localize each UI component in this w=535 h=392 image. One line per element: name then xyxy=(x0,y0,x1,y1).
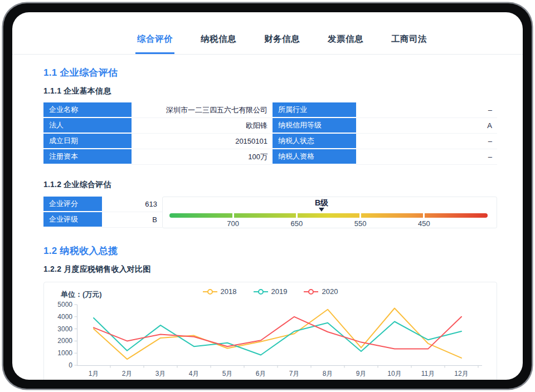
score-row: 企业评级B xyxy=(43,212,162,228)
gauge-segment-gap xyxy=(232,213,234,218)
x-tick-label: 3月 xyxy=(155,370,166,378)
legend-label: 2020 xyxy=(322,287,338,296)
legend-label: 2019 xyxy=(271,287,288,296)
subsection-title-1-1-2: 1.1.2 企业综合评估 xyxy=(43,180,490,190)
x-tick-label: 9月 xyxy=(356,370,367,378)
x-tick-label: 12月 xyxy=(454,370,468,378)
score-marker: B级 xyxy=(315,199,328,212)
score-section: 企业评分613企业评级B B级 700650550450 xyxy=(43,197,497,228)
gauge-tick-label: 650 xyxy=(291,219,303,228)
y-tick-label: 4000 xyxy=(57,313,72,321)
score-label: 企业评分 xyxy=(43,197,102,212)
info-label: 所属行业 xyxy=(273,102,356,118)
x-tick-label: 7月 xyxy=(289,370,300,378)
info-label: 法人 xyxy=(43,118,132,134)
info-value: 20150101 xyxy=(132,134,273,149)
info-value: 100万 xyxy=(132,149,273,165)
tab-financial-info[interactable]: 财务信息 xyxy=(262,33,301,54)
info-value: A xyxy=(356,118,497,134)
score-value: 613 xyxy=(102,197,162,212)
tab-business-judicial[interactable]: 工商司法 xyxy=(390,33,429,54)
gauge-segment-gap xyxy=(423,213,425,218)
y-tick-label: 1000 xyxy=(57,349,72,357)
app-window: 综合评价纳税信息财务信息发票信息工商司法 1.1 企业综合评估 1.1.1 企业… xyxy=(12,12,523,380)
line-chart: 0100020003000400050001月2月3月4月5月6月7月8月9月1… xyxy=(44,298,497,380)
chart-legend: 201820192020 xyxy=(44,287,497,296)
gauge-tick-label: 450 xyxy=(418,219,430,228)
basic-info-table: 企业名称深圳市一二三四五六七有限公司所属行业–法人欧阳锋纳税信用等级A成立日期2… xyxy=(43,102,497,165)
gauge-tick-label: 550 xyxy=(354,219,367,228)
x-tick-label: 6月 xyxy=(256,370,266,378)
tab-comprehensive[interactable]: 综合评价 xyxy=(135,33,174,54)
section-title-1-2: 1.2 纳税收入总揽 xyxy=(43,244,490,257)
score-row: 企业评分613 xyxy=(43,197,162,212)
legend-line-icon xyxy=(203,289,217,295)
score-gauge-inner: B级 700650550450 xyxy=(169,197,488,228)
score-gauge: B级 700650550450 xyxy=(162,197,497,228)
legend-line-icon xyxy=(304,289,318,295)
series-line-2020 xyxy=(94,317,461,349)
report-body: 1.1 企业综合评估 1.1.1 企业基本信息 企业名称深圳市一二三四五六七有限… xyxy=(12,66,523,380)
score-label: 企业评级 xyxy=(43,212,102,228)
x-tick-label: 4月 xyxy=(189,370,200,378)
info-value: 欧阳锋 xyxy=(132,118,273,134)
section-title-1-1: 1.1 企业综合评估 xyxy=(43,66,490,79)
x-tick-label: 2月 xyxy=(122,370,133,378)
x-tick-label: 5月 xyxy=(222,370,233,378)
y-tick-label: 5000 xyxy=(57,301,72,308)
tab-tax-info[interactable]: 纳税信息 xyxy=(199,33,238,54)
table-row: 企业名称深圳市一二三四五六七有限公司所属行业– xyxy=(43,102,497,118)
info-value: – xyxy=(356,149,497,165)
subsection-title-1-2-2: 1.2.2 月度应税销售收入对比图 xyxy=(43,264,490,275)
tab-bar: 综合评价纳税信息财务信息发票信息工商司法 xyxy=(12,12,523,55)
table-row: 成立日期20150101纳税人状态– xyxy=(43,134,497,149)
gauge-segment-gap xyxy=(296,213,298,218)
x-tick-label: 11月 xyxy=(421,370,435,378)
x-tick-label: 1月 xyxy=(89,370,99,378)
info-value: – xyxy=(356,102,497,118)
marker-triangle-icon xyxy=(319,208,324,212)
gauge-tick-label: 700 xyxy=(227,219,239,228)
info-label: 企业名称 xyxy=(43,102,132,118)
info-value: – xyxy=(356,134,497,149)
score-gradient-bar xyxy=(169,213,488,218)
score-marker-label: B级 xyxy=(315,199,328,207)
table-row: 注册资本100万纳税人资格– xyxy=(43,149,497,165)
x-tick-label: 10月 xyxy=(387,370,401,378)
table-row: 法人欧阳锋纳税信用等级A xyxy=(43,118,497,134)
y-tick-label: 3000 xyxy=(57,325,72,333)
y-tick-label: 0 xyxy=(69,361,72,369)
tab-invoice-info[interactable]: 发票信息 xyxy=(326,33,365,54)
info-value: 深圳市一二三四五六七有限公司 xyxy=(132,102,273,118)
x-tick-label: 8月 xyxy=(323,370,333,378)
page: 综合评价纳税信息财务信息发票信息工商司法 1.1 企业综合评估 1.1.1 企业… xyxy=(0,0,535,392)
info-label: 纳税人资格 xyxy=(273,149,356,165)
device-frame: 综合评价纳税信息财务信息发票信息工商司法 1.1 企业综合评估 1.1.1 企业… xyxy=(3,3,532,389)
legend-line-icon xyxy=(254,289,268,295)
legend-item-2018[interactable]: 2018 xyxy=(203,287,237,296)
score-value: B xyxy=(102,212,162,228)
legend-item-2019[interactable]: 2019 xyxy=(254,287,288,296)
legend-label: 2018 xyxy=(221,287,237,296)
score-table: 企业评分613企业评级B xyxy=(43,197,162,228)
y-tick-label: 2000 xyxy=(57,337,72,345)
info-label: 注册资本 xyxy=(43,149,132,165)
monthly-revenue-chart-card: 单位：(万元) 201820192020 0100020003000400050… xyxy=(43,282,497,380)
info-label: 成立日期 xyxy=(43,134,132,149)
gauge-segment-gap xyxy=(359,213,361,218)
subsection-title-1-1-1: 1.1.1 企业基本信息 xyxy=(43,86,490,96)
info-label: 纳税人状态 xyxy=(273,134,356,149)
info-label: 纳税信用等级 xyxy=(273,118,356,134)
legend-item-2020[interactable]: 2020 xyxy=(304,287,338,296)
